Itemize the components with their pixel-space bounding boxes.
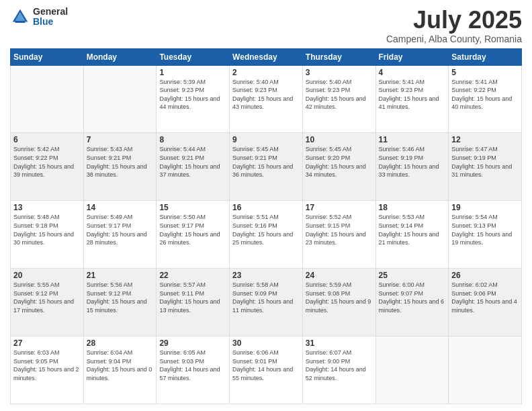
day-number: 1 xyxy=(159,68,226,77)
day-number: 25 xyxy=(379,271,446,280)
table-row: 4Sunrise: 5:41 AM Sunset: 9:23 PM Daylig… xyxy=(375,65,449,133)
calendar-week-row: 13Sunrise: 5:48 AM Sunset: 9:18 PM Dayli… xyxy=(11,201,522,269)
day-info: Sunrise: 5:40 AM Sunset: 9:23 PM Dayligh… xyxy=(232,78,300,111)
table-row: 7Sunrise: 5:43 AM Sunset: 9:21 PM Daylig… xyxy=(83,133,157,201)
day-info: Sunrise: 5:43 AM Sunset: 9:21 PM Dayligh… xyxy=(87,145,154,179)
table-row: 29Sunrise: 6:05 AM Sunset: 9:03 PM Dayli… xyxy=(157,336,230,404)
day-info: Sunrise: 5:58 AM Sunset: 9:09 PM Dayligh… xyxy=(232,281,300,314)
table-row: 27Sunrise: 6:03 AM Sunset: 9:05 PM Dayli… xyxy=(11,336,84,404)
table-row xyxy=(375,336,449,404)
header-wednesday: Wednesday xyxy=(230,48,303,65)
day-number: 22 xyxy=(159,271,226,280)
table-row: 23Sunrise: 5:58 AM Sunset: 9:09 PM Dayli… xyxy=(230,269,303,336)
table-row: 20Sunrise: 5:55 AM Sunset: 9:12 PM Dayli… xyxy=(11,269,84,336)
day-number: 5 xyxy=(451,68,519,77)
day-info: Sunrise: 5:39 AM Sunset: 9:23 PM Dayligh… xyxy=(159,78,226,111)
day-info: Sunrise: 5:50 AM Sunset: 9:17 PM Dayligh… xyxy=(159,213,226,246)
table-row: 30Sunrise: 6:06 AM Sunset: 9:01 PM Dayli… xyxy=(230,336,303,404)
table-row xyxy=(11,65,84,133)
day-number: 19 xyxy=(451,203,519,212)
day-info: Sunrise: 5:44 AM Sunset: 9:21 PM Dayligh… xyxy=(159,145,226,179)
day-info: Sunrise: 5:54 AM Sunset: 9:13 PM Dayligh… xyxy=(451,213,519,246)
day-number: 14 xyxy=(87,203,154,212)
logo-general-text: General xyxy=(33,7,68,17)
main-title: July 2025 xyxy=(386,7,522,34)
header-sunday: Sunday xyxy=(11,48,84,65)
day-info: Sunrise: 5:56 AM Sunset: 9:12 PM Dayligh… xyxy=(87,281,154,314)
table-row: 31Sunrise: 6:07 AM Sunset: 9:00 PM Dayli… xyxy=(302,336,375,404)
subtitle: Campeni, Alba County, Romania xyxy=(386,34,522,44)
day-number: 11 xyxy=(379,135,446,144)
day-number: 9 xyxy=(232,135,300,144)
table-row: 11Sunrise: 5:46 AM Sunset: 9:19 PM Dayli… xyxy=(375,133,449,201)
table-row: 26Sunrise: 6:02 AM Sunset: 9:06 PM Dayli… xyxy=(449,269,522,336)
logo-text: General Blue xyxy=(33,7,68,28)
day-info: Sunrise: 6:04 AM Sunset: 9:04 PM Dayligh… xyxy=(87,349,154,382)
day-info: Sunrise: 6:06 AM Sunset: 9:01 PM Dayligh… xyxy=(232,349,300,382)
day-number: 23 xyxy=(232,271,300,280)
day-info: Sunrise: 5:45 AM Sunset: 9:21 PM Dayligh… xyxy=(232,145,300,179)
table-row: 10Sunrise: 5:45 AM Sunset: 9:20 PM Dayli… xyxy=(302,133,375,201)
calendar-week-row: 1Sunrise: 5:39 AM Sunset: 9:23 PM Daylig… xyxy=(11,65,522,133)
table-row: 14Sunrise: 5:49 AM Sunset: 9:17 PM Dayli… xyxy=(83,201,157,269)
day-info: Sunrise: 6:07 AM Sunset: 9:00 PM Dayligh… xyxy=(306,349,373,382)
day-number: 15 xyxy=(159,203,226,212)
table-row xyxy=(449,336,522,404)
logo-blue-text: Blue xyxy=(33,17,68,27)
day-info: Sunrise: 5:41 AM Sunset: 9:23 PM Dayligh… xyxy=(379,78,446,111)
day-info: Sunrise: 5:53 AM Sunset: 9:14 PM Dayligh… xyxy=(379,213,446,246)
table-row: 19Sunrise: 5:54 AM Sunset: 9:13 PM Dayli… xyxy=(449,201,522,269)
table-row: 5Sunrise: 5:41 AM Sunset: 9:22 PM Daylig… xyxy=(449,65,522,133)
day-number: 6 xyxy=(13,135,81,144)
day-info: Sunrise: 6:03 AM Sunset: 9:05 PM Dayligh… xyxy=(13,349,81,382)
table-row: 1Sunrise: 5:39 AM Sunset: 9:23 PM Daylig… xyxy=(157,65,230,133)
day-info: Sunrise: 5:59 AM Sunset: 9:08 PM Dayligh… xyxy=(306,281,373,314)
day-number: 18 xyxy=(379,203,446,212)
table-row: 22Sunrise: 5:57 AM Sunset: 9:11 PM Dayli… xyxy=(157,269,230,336)
day-info: Sunrise: 5:46 AM Sunset: 9:19 PM Dayligh… xyxy=(379,145,446,179)
day-info: Sunrise: 5:55 AM Sunset: 9:12 PM Dayligh… xyxy=(13,281,81,314)
day-number: 29 xyxy=(159,338,226,348)
table-row: 6Sunrise: 5:42 AM Sunset: 9:22 PM Daylig… xyxy=(11,133,84,201)
day-number: 12 xyxy=(451,135,519,144)
table-row xyxy=(83,65,157,133)
header-friday: Friday xyxy=(375,48,449,65)
day-info: Sunrise: 5:42 AM Sunset: 9:22 PM Dayligh… xyxy=(13,145,81,179)
day-number: 30 xyxy=(232,338,300,348)
table-row: 13Sunrise: 5:48 AM Sunset: 9:18 PM Dayli… xyxy=(11,201,84,269)
day-info: Sunrise: 5:57 AM Sunset: 9:11 PM Dayligh… xyxy=(159,281,226,314)
svg-rect-2 xyxy=(15,21,26,23)
table-row: 8Sunrise: 5:44 AM Sunset: 9:21 PM Daylig… xyxy=(157,133,230,201)
day-info: Sunrise: 6:02 AM Sunset: 9:06 PM Dayligh… xyxy=(451,281,519,314)
calendar-week-row: 27Sunrise: 6:03 AM Sunset: 9:05 PM Dayli… xyxy=(11,336,522,404)
table-row: 24Sunrise: 5:59 AM Sunset: 9:08 PM Dayli… xyxy=(302,269,375,336)
day-info: Sunrise: 5:52 AM Sunset: 9:15 PM Dayligh… xyxy=(306,213,373,246)
day-number: 7 xyxy=(87,135,154,144)
day-number: 24 xyxy=(306,271,373,280)
day-number: 8 xyxy=(159,135,226,144)
table-row: 28Sunrise: 6:04 AM Sunset: 9:04 PM Dayli… xyxy=(83,336,157,404)
day-number: 27 xyxy=(13,338,81,348)
day-number: 21 xyxy=(87,271,154,280)
day-info: Sunrise: 5:45 AM Sunset: 9:20 PM Dayligh… xyxy=(306,145,373,179)
day-number: 16 xyxy=(232,203,300,212)
day-number: 2 xyxy=(232,68,300,77)
header-saturday: Saturday xyxy=(449,48,522,65)
day-number: 20 xyxy=(13,271,81,280)
calendar-week-row: 20Sunrise: 5:55 AM Sunset: 9:12 PM Dayli… xyxy=(11,269,522,336)
day-info: Sunrise: 5:49 AM Sunset: 9:17 PM Dayligh… xyxy=(87,213,154,246)
table-row: 15Sunrise: 5:50 AM Sunset: 9:17 PM Dayli… xyxy=(157,201,230,269)
table-row: 18Sunrise: 5:53 AM Sunset: 9:14 PM Dayli… xyxy=(375,201,449,269)
day-number: 26 xyxy=(451,271,519,280)
header-tuesday: Tuesday xyxy=(157,48,230,65)
table-row: 12Sunrise: 5:47 AM Sunset: 9:19 PM Dayli… xyxy=(449,133,522,201)
day-info: Sunrise: 6:00 AM Sunset: 9:07 PM Dayligh… xyxy=(379,281,446,314)
table-row: 9Sunrise: 5:45 AM Sunset: 9:21 PM Daylig… xyxy=(230,133,303,201)
table-row: 21Sunrise: 5:56 AM Sunset: 9:12 PM Dayli… xyxy=(83,269,157,336)
day-info: Sunrise: 5:48 AM Sunset: 9:18 PM Dayligh… xyxy=(13,213,81,246)
day-info: Sunrise: 5:40 AM Sunset: 9:23 PM Dayligh… xyxy=(306,78,373,111)
calendar-week-row: 6Sunrise: 5:42 AM Sunset: 9:22 PM Daylig… xyxy=(11,133,522,201)
page: General Blue July 2025 Campeni, Alba Cou… xyxy=(0,0,532,411)
calendar-table: Sunday Monday Tuesday Wednesday Thursday… xyxy=(10,48,522,404)
day-number: 4 xyxy=(379,68,446,77)
